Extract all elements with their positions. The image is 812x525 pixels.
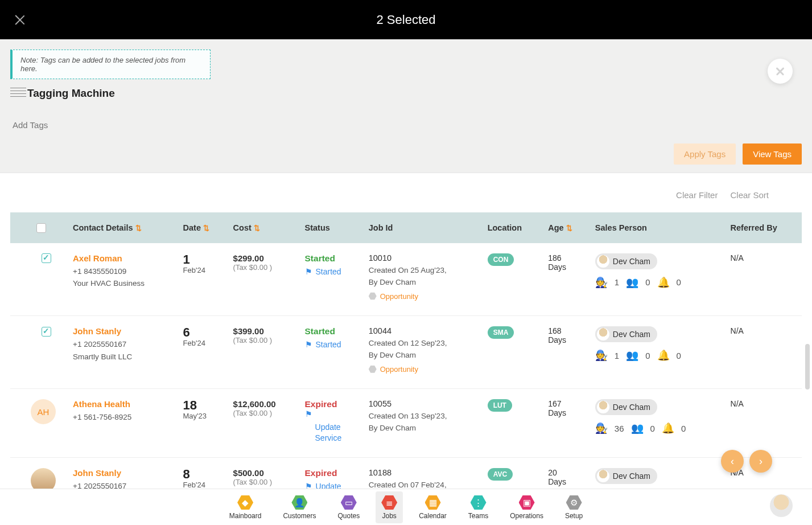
cost-tax: (Tax $0.00 ) [233, 336, 294, 344]
status-value: Expired [305, 399, 357, 409]
clear-filter-link[interactable]: Clear Filter [676, 190, 718, 200]
person-icon: 🧑‍🔧 [595, 422, 608, 434]
status-action-link[interactable]: ⚑Started [305, 340, 341, 349]
col-contact[interactable]: Contact Details⇅ [67, 212, 178, 243]
date-day: 8 [183, 468, 222, 481]
calendar-icon: ▦ [425, 495, 441, 511]
sort-icon[interactable]: ⇅ [135, 224, 142, 232]
hex-icon [369, 365, 377, 373]
tagging-panel: Note: Tags can be added to the selected … [0, 39, 812, 173]
location-badge: LUT [488, 399, 512, 412]
nav-label: Quotes [337, 512, 360, 520]
pagination-arrows: ‹ › [721, 450, 772, 473]
contact-name[interactable]: John Stanly [73, 326, 172, 336]
row-checkbox[interactable] [42, 327, 51, 337]
jobid-created: Created On 25 Aug'23, [369, 265, 476, 277]
close-panel-icon[interactable] [768, 59, 793, 84]
flag-icon: ⚑ [305, 340, 312, 349]
cost-value: $12,600.00 [233, 399, 294, 409]
opportunity-badge: Opportunity [369, 365, 418, 374]
nav-label: Operations [510, 512, 543, 520]
sales-person-chip[interactable]: Dev Cham [595, 399, 657, 415]
date-month: May'23 [183, 412, 222, 420]
nav-mainboard[interactable]: ◆Mainboard [224, 491, 267, 523]
sales-person-chip[interactable]: Dev Cham [595, 253, 657, 269]
nav-setup[interactable]: ⚙Setup [559, 491, 588, 523]
jobid-value: 10188 [369, 468, 476, 477]
date-day: 18 [183, 399, 222, 412]
quotes-icon: ▭ [341, 495, 357, 511]
flag-icon: ⚑ [305, 409, 312, 419]
person-icon: 🧑‍🔧 [595, 349, 608, 362]
sales-counters: 🧑‍🔧1 👥0 🔔0 [595, 276, 719, 289]
status-value: Expired [305, 468, 357, 478]
nav-teams[interactable]: ⋮Teams [463, 491, 494, 523]
col-date[interactable]: Date⇅ [178, 212, 228, 243]
sort-icon[interactable]: ⇅ [203, 224, 209, 232]
cost-tax: (Tax $0.00 ) [233, 409, 294, 417]
person-icon: 🧑‍🔧 [595, 276, 608, 289]
bell-icon: 🔔 [657, 276, 670, 289]
group-icon: 👥 [631, 422, 644, 434]
nav-calendar[interactable]: ▦Calendar [413, 491, 452, 523]
status-action-link[interactable]: ⚑Started [305, 267, 341, 276]
location-badge: SMA [488, 326, 514, 339]
jobs-icon: ≣ [381, 495, 397, 511]
select-all-checkbox[interactable] [36, 223, 46, 233]
row-checkbox[interactable] [42, 253, 51, 263]
location-badge: AVC [488, 468, 513, 481]
jobid-value: 10044 [369, 326, 476, 335]
col-status: Status [299, 212, 363, 243]
table-row[interactable]: John Stanly +1 2025550167 Smartly Built … [10, 316, 802, 389]
table-row[interactable]: Axel Roman +1 8435550109 Your HVAC Busin… [10, 243, 802, 316]
avatar [597, 328, 609, 341]
contact-company: Smartly Built LLC [73, 351, 172, 363]
nav-jobs[interactable]: ≣Jobs [376, 491, 403, 523]
contact-name[interactable]: Axel Roman [73, 253, 172, 263]
tagging-machine-title: Tagging Machine [27, 87, 115, 100]
avatar [597, 470, 609, 482]
contact-phone: +1 8435550109 [73, 265, 172, 278]
prev-page-button[interactable]: ‹ [721, 450, 744, 473]
menu-lines-icon [10, 88, 26, 99]
col-referred: Referred By [725, 212, 802, 243]
table-row[interactable]: AH Athena Health +1 561-756-8925 18 May'… [10, 389, 802, 458]
selection-title: 2 Selected [0, 13, 812, 27]
status-action-link[interactable]: UpdateService [315, 422, 357, 444]
jobid-created: Created On 13 Sep'23, [369, 411, 476, 423]
bell-icon: 🔔 [657, 349, 670, 362]
close-icon[interactable] [14, 14, 26, 26]
profile-avatar[interactable] [770, 494, 793, 517]
nav-customers[interactable]: 👤Customers [277, 491, 321, 523]
add-tags-input[interactable] [10, 114, 802, 133]
col-age[interactable]: Age⇅ [542, 212, 590, 243]
nav-quotes[interactable]: ▭Quotes [332, 491, 365, 523]
sort-icon[interactable]: ⇅ [254, 224, 260, 232]
nav-label: Customers [283, 512, 316, 520]
col-location: Location [482, 212, 543, 243]
bell-icon: 🔔 [662, 422, 674, 434]
cost-value: $399.00 [233, 326, 294, 336]
sort-icon[interactable]: ⇅ [566, 224, 572, 232]
next-page-button[interactable]: › [749, 450, 772, 473]
col-sales: Sales Person [590, 212, 725, 243]
contact-name[interactable]: John Stanly [73, 468, 172, 478]
group-icon: 👥 [626, 276, 638, 289]
col-cost[interactable]: Cost⇅ [228, 212, 299, 243]
view-tags-button[interactable]: View Tags [743, 143, 802, 165]
sales-person-chip[interactable]: Dev Cham [595, 326, 657, 342]
sales-person-chip[interactable]: Dev Cham [595, 468, 657, 484]
jobid-created: Created On 12 Sep'23, [369, 338, 476, 350]
apply-tags-button[interactable]: Apply Tags [674, 143, 736, 165]
clear-sort-link[interactable]: Clear Sort [730, 190, 769, 200]
nav-operations[interactable]: ▣Operations [504, 491, 549, 523]
referred-value: N/A [725, 243, 802, 316]
nav-label: Setup [565, 512, 583, 520]
setup-icon: ⚙ [566, 495, 582, 511]
scrollbar-thumb[interactable] [805, 344, 810, 389]
cost-tax: (Tax $0.00 ) [233, 263, 294, 272]
contact-name[interactable]: Athena Health [73, 399, 172, 409]
location-badge: CON [488, 253, 514, 266]
date-day: 6 [183, 326, 222, 339]
jobid-value: 10055 [369, 399, 476, 408]
